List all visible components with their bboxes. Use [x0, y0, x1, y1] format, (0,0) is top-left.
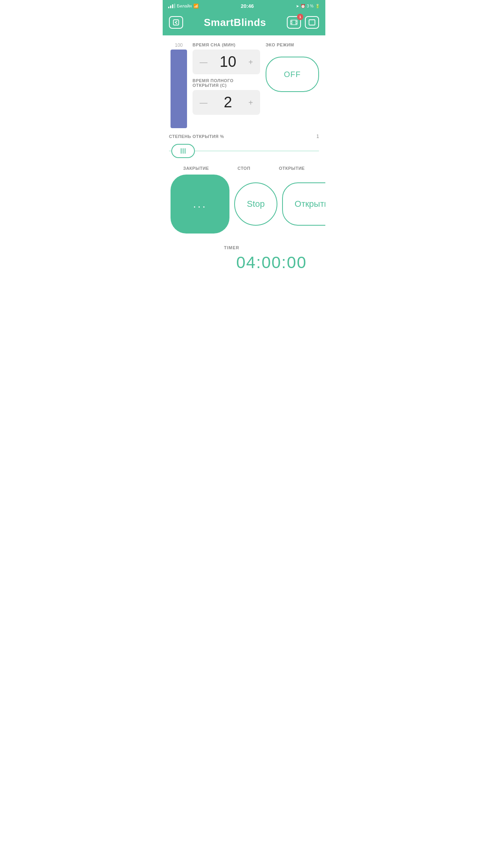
controls-section: ЗАКРЫТИЕ СТОП ОТКРЫТИЕ ... Stop Открыть [169, 166, 319, 234]
battery-percent: 3 % [307, 4, 314, 8]
eco-value: OFF [284, 70, 301, 79]
status-right: ➤ ⏰ 3 % 🔋 [296, 4, 320, 8]
vertical-bar-container: 100 [169, 42, 189, 128]
svg-rect-1 [291, 20, 297, 25]
slider-section: СТЕПЕНЬ ОТКРЫТИЯ % 1 [169, 134, 319, 160]
status-bar: Билайн 📶 20:46 ➤ ⏰ 3 % 🔋 [163, 0, 325, 11]
sleep-time-value: 10 [220, 53, 236, 70]
header-right: 1 [287, 16, 319, 29]
stop-button[interactable]: Stop [234, 182, 277, 226]
signal-bars-icon [168, 4, 175, 8]
header-left [169, 16, 183, 29]
timer-label: TIMER [224, 245, 319, 250]
vert-bar-label: 100 [175, 42, 183, 48]
svg-rect-0 [173, 20, 179, 25]
full-open-value: 2 [224, 94, 232, 111]
controls-buttons: ... Stop Открыть [169, 175, 319, 234]
main-content: 100 ВРЕМЯ СНА (МИН) — 10 + ВРЕМЯ ПОЛНОГО… [163, 35, 325, 280]
slider-label: СТЕПЕНЬ ОТКРЫТИЯ % [169, 134, 224, 139]
full-open-decrease-button[interactable]: — [198, 99, 209, 107]
timer-section: TIMER 04:00:00 [169, 245, 319, 272]
battery-icon: 🔋 [315, 4, 320, 8]
carrier-label: Билайн [177, 4, 192, 8]
vert-bar-fill [171, 50, 187, 128]
close-button-dots: ... [193, 198, 207, 210]
settings-row: 100 ВРЕМЯ СНА (МИН) — 10 + ВРЕМЯ ПОЛНОГО… [169, 42, 319, 128]
slider-label-row: СТЕПЕНЬ ОТКРЫТИЯ % 1 [169, 134, 319, 139]
close-label: ЗАКРЫТИЕ [183, 166, 209, 171]
slider-thumb-lines [181, 148, 185, 154]
film-icon [290, 20, 297, 25]
open-label: ОТКРЫТИЕ [279, 166, 305, 171]
status-left: Билайн 📶 [168, 4, 199, 9]
eco-section: ЭКО РЕЖИМ OFF [260, 42, 319, 92]
app-header: SmartBlinds 1 [163, 11, 325, 35]
full-open-stepper: — 2 + [193, 90, 260, 115]
slider-value: 1 [316, 134, 319, 139]
app-title: SmartBlinds [204, 17, 266, 29]
vert-bar [171, 50, 187, 128]
back-button[interactable] [169, 16, 183, 29]
sleep-time-increase-button[interactable]: + [247, 58, 255, 66]
eco-toggle-button[interactable]: OFF [266, 57, 319, 92]
slider-thumb[interactable] [171, 144, 195, 158]
back-icon [172, 19, 180, 26]
film-button[interactable]: 1 [287, 16, 301, 29]
close-button[interactable]: ... [171, 175, 229, 234]
screen-icon [308, 19, 316, 26]
notification-badge: 1 [297, 14, 303, 20]
slider-track[interactable] [169, 142, 319, 160]
sleep-time-stepper: — 10 + [193, 50, 260, 74]
slider-line-1 [181, 148, 182, 154]
left-controls: ВРЕМЯ СНА (МИН) — 10 + ВРЕМЯ ПОЛНОГО ОТК… [193, 42, 260, 119]
alarm-icon: ⏰ [301, 4, 305, 8]
wifi-icon: 📶 [193, 4, 199, 9]
sleep-time-label: ВРЕМЯ СНА (МИН) [193, 42, 260, 47]
screen-button[interactable] [305, 16, 319, 29]
full-open-increase-button[interactable]: + [247, 99, 255, 107]
slider-line-3 [185, 148, 185, 154]
eco-label: ЭКО РЕЖИМ [266, 42, 319, 47]
controls-labels: ЗАКРЫТИЕ СТОП ОТКРЫТИЕ [169, 166, 319, 171]
timer-value: 04:00:00 [224, 253, 319, 272]
sleep-time-decrease-button[interactable]: — [198, 58, 209, 66]
stop-label: СТОП [237, 166, 250, 171]
stop-button-text: Stop [247, 199, 264, 209]
slider-line-2 [183, 148, 183, 154]
svg-rect-8 [309, 20, 315, 25]
open-button-text: Открыть [295, 199, 325, 209]
status-time: 20:46 [241, 3, 254, 9]
location-icon: ➤ [296, 4, 299, 8]
full-open-label: ВРЕМЯ ПОЛНОГО ОТКРЫТИЯ (С) [193, 78, 260, 88]
open-button[interactable]: Открыть [282, 182, 325, 226]
